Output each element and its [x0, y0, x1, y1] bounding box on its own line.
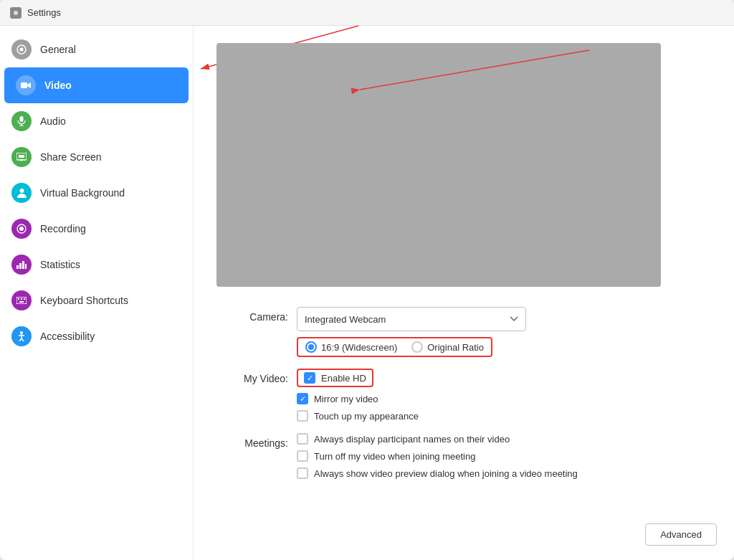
sidebar-item-general[interactable]: General: [0, 32, 193, 67]
meetings-item2-label: Turn off my video when joining meeting: [314, 451, 475, 462]
mirror-video-label: Mirror my video: [314, 394, 378, 404]
enable-hd-label: Enable HD: [321, 373, 366, 384]
video-preview: [216, 43, 661, 287]
video-icon: [16, 75, 36, 95]
my-video-row: My Video: Enable HD Mirror my video Touc…: [216, 369, 711, 422]
arrow-svg: [202, 26, 618, 100]
sidebar-item-label-accessibility: Accessibility: [40, 331, 95, 342]
sidebar-item-keyboard-shortcuts[interactable]: Keyboard Shortcuts: [0, 283, 193, 318]
touch-up-option[interactable]: Touch up my appearance: [297, 410, 419, 422]
ratio-169-radio[interactable]: [305, 341, 317, 353]
svg-rect-18: [19, 263, 22, 269]
svg-rect-17: [16, 265, 19, 269]
svg-rect-11: [19, 155, 24, 158]
svg-rect-7: [20, 116, 24, 122]
ratio-169-option[interactable]: 16:9 (Widescreen): [305, 341, 397, 353]
sidebar-item-share-screen[interactable]: Share Screen: [0, 139, 193, 175]
sidebar-item-label-audio: Audio: [40, 115, 66, 127]
touch-up-label: Touch up my appearance: [314, 411, 419, 422]
meetings-item3-checkbox[interactable]: [297, 468, 308, 479]
meetings-item1-label: Always display participant names on thei…: [314, 434, 510, 445]
sidebar-item-statistics[interactable]: Statistics: [0, 247, 193, 283]
meetings-item2-checkbox[interactable]: [297, 450, 308, 462]
arrow-annotation: [143, 69, 201, 86]
sidebar-item-audio[interactable]: Audio: [0, 103, 193, 139]
statistics-icon: [11, 255, 32, 275]
mirror-video-option[interactable]: Mirror my video: [297, 393, 419, 404]
meetings-controls: Always display participant names on thei…: [297, 433, 578, 479]
touch-up-checkbox[interactable]: [297, 410, 308, 422]
general-icon: [11, 39, 32, 60]
share-screen-icon: [11, 147, 32, 167]
ratio-169-label: 16:9 (Widescreen): [321, 342, 397, 353]
sidebar-item-virtual-background[interactable]: Virtual Background: [0, 175, 193, 211]
sidebar: General Video: [0, 26, 194, 560]
sidebar-item-label-share: Share Screen: [40, 151, 102, 163]
audio-icon: [11, 111, 32, 131]
svg-point-14: [19, 189, 24, 193]
svg-rect-19: [22, 261, 24, 269]
ratio-original-option[interactable]: Original Ratio: [411, 341, 484, 353]
camera-label: Camera:: [216, 307, 288, 323]
svg-rect-21: [16, 297, 27, 304]
titlebar: Settings: [0, 0, 734, 26]
settings-window: Settings General: [0, 0, 734, 560]
sidebar-item-label-keyboard: Keyboard Shortcuts: [40, 295, 128, 306]
camera-controls: Integrated Webcam 16:9 (Widescreen) Orig…: [297, 307, 526, 357]
accessibility-icon: [11, 326, 32, 346]
content-area: General Video: [0, 26, 734, 560]
meetings-item2-option[interactable]: Turn off my video when joining meeting: [297, 450, 578, 462]
ratio-options: 16:9 (Widescreen) Original Ratio: [297, 337, 492, 357]
my-video-controls: Enable HD Mirror my video Touch up my ap…: [297, 369, 419, 422]
ratio-original-radio[interactable]: [411, 341, 423, 353]
meetings-item1-checkbox[interactable]: [297, 433, 308, 445]
app-icon: [10, 7, 22, 19]
enable-hd-option[interactable]: Enable HD: [297, 369, 373, 387]
svg-point-1: [14, 11, 18, 15]
svg-rect-23: [21, 298, 22, 300]
keyboard-shortcuts-icon: [11, 290, 32, 310]
advanced-button[interactable]: Advanced: [645, 523, 717, 546]
camera-row: Camera: Integrated Webcam 16:9 (Widescre…: [216, 307, 711, 357]
ratio-original-label: Original Ratio: [427, 342, 484, 353]
meetings-row: Meetings: Always display participant nam…: [216, 433, 711, 479]
main-content: Camera: Integrated Webcam 16:9 (Widescre…: [194, 26, 734, 560]
sidebar-item-recording[interactable]: Recording: [0, 211, 193, 247]
svg-point-3: [20, 48, 24, 52]
svg-point-16: [19, 227, 24, 231]
sidebar-item-label-statistics: Statistics: [40, 259, 80, 270]
svg-rect-24: [24, 298, 25, 300]
my-video-label: My Video:: [216, 369, 288, 384]
mirror-video-checkbox[interactable]: [297, 393, 308, 404]
sidebar-item-label-virtual: Virtual Background: [40, 187, 125, 199]
camera-select[interactable]: Integrated Webcam: [297, 307, 526, 331]
sidebar-item-label-general: General: [40, 44, 76, 55]
svg-rect-22: [18, 298, 19, 300]
svg-line-30: [22, 338, 24, 341]
svg-point-26: [20, 331, 23, 334]
sidebar-item-accessibility[interactable]: Accessibility: [0, 318, 193, 354]
meetings-item3-option[interactable]: Always show video preview dialog when jo…: [297, 468, 578, 479]
enable-hd-checkbox[interactable]: [304, 372, 315, 384]
window-title: Settings: [27, 7, 61, 18]
svg-rect-20: [25, 264, 27, 269]
svg-rect-4: [21, 82, 27, 88]
svg-rect-25: [19, 301, 24, 303]
meetings-item3-label: Always show video preview dialog when jo…: [314, 468, 578, 479]
meetings-item1-option[interactable]: Always display participant names on thei…: [297, 433, 578, 445]
sidebar-item-label-recording: Recording: [40, 223, 86, 234]
sidebar-item-label-video: Video: [44, 80, 72, 91]
meetings-label: Meetings:: [216, 433, 288, 449]
svg-line-32: [360, 50, 589, 90]
sidebar-item-video[interactable]: Video: [4, 67, 189, 103]
virtual-background-icon: [11, 183, 32, 203]
recording-icon: [11, 219, 32, 239]
